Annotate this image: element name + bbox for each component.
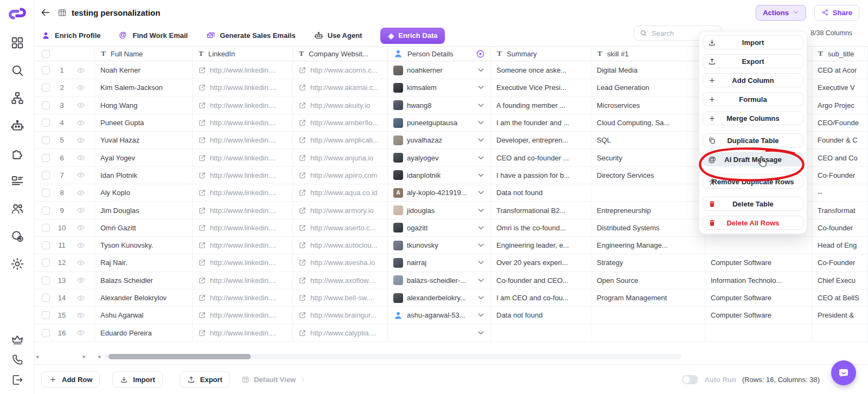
cell-summary[interactable]: Data not found <box>491 307 591 324</box>
cell-skill[interactable]: Program Management <box>591 289 705 306</box>
cell-industry[interactable]: Information Technolo... <box>705 272 812 289</box>
cell-summary[interactable]: Data not found <box>491 184 591 201</box>
cell-person-details[interactable] <box>388 324 491 341</box>
column-header-full-name[interactable]: Full Name <box>95 47 193 61</box>
eye-icon[interactable] <box>76 223 85 232</box>
cell-skill[interactable]: Microservices <box>591 97 705 114</box>
cell-full-name[interactable]: Alexander Belokrylov <box>95 289 193 306</box>
cell-summary[interactable]: A founding member ... <box>491 97 591 114</box>
crown-icon[interactable] <box>11 333 24 346</box>
cell-summary[interactable]: I have a passion for b... <box>491 167 591 184</box>
phone-icon[interactable] <box>11 353 24 366</box>
cell-full-name[interactable]: Aly Koplo <box>95 184 193 201</box>
menu-item-ai-draft-message[interactable]: @AI Draft Message <box>703 152 803 166</box>
cell-linkedin[interactable]: http://www.linkedin.... <box>193 167 293 184</box>
column-header-company-website[interactable]: Company Websit... <box>293 47 388 61</box>
cell-company-website[interactable]: http://www.apiiro.com <box>293 167 388 184</box>
cell-summary[interactable] <box>491 324 591 341</box>
cell-person-details[interactable]: yuvalhazaz <box>388 132 491 148</box>
eye-icon[interactable] <box>76 311 85 320</box>
cell-skill[interactable]: Directory Services <box>591 167 705 184</box>
scroll-left-icon[interactable]: ◂ <box>98 353 100 359</box>
cell-full-name[interactable]: Puneet Gupta <box>95 114 193 131</box>
cell-person-details[interactable]: hwang8 <box>388 97 491 114</box>
cell-sub-title[interactable]: CEO and Co <box>812 149 868 166</box>
cell-full-name[interactable]: Hong Wang <box>95 97 193 114</box>
chevron-down-icon[interactable] <box>477 294 485 302</box>
cell-person-details[interactable]: kimsalem <box>388 79 491 96</box>
cell-summary[interactable]: Transformational B2... <box>491 202 591 218</box>
cell-person-details[interactable]: puneetguptausa <box>388 114 491 131</box>
menu-item-formula[interactable]: Formula <box>703 92 803 106</box>
cell-person-details[interactable]: balázs-scheidler-... <box>388 272 491 289</box>
chevron-down-icon[interactable] <box>477 329 485 337</box>
robot-icon[interactable] <box>10 119 24 133</box>
column-header-summary[interactable]: Summary <box>491 47 591 61</box>
chevron-down-icon[interactable] <box>477 259 485 267</box>
chat-bubble-button[interactable] <box>831 360 856 385</box>
cell-company-website[interactable]: http://www.braingur... <box>293 307 388 324</box>
scrollbar-thumb[interactable] <box>108 354 251 359</box>
generate-sales-emails-button[interactable]: Generate Sales Emails <box>206 31 295 40</box>
cell-person-details[interactable]: tkunovsky <box>388 237 491 254</box>
cell-sub-title[interactable]: CEO/Founde <box>812 114 868 131</box>
cell-full-name[interactable]: Idan Plotnik <box>95 167 193 184</box>
cell-full-name[interactable]: Tyson Kunovsky. <box>95 237 193 254</box>
cell-industry[interactable] <box>705 237 812 254</box>
export-button[interactable]: Export <box>180 371 230 387</box>
cell-person-details[interactable]: ayalyogev <box>388 149 491 166</box>
menu-item-duplicate-table[interactable]: Duplicate Table <box>703 133 803 147</box>
eye-icon[interactable] <box>76 189 85 197</box>
search-icon[interactable] <box>10 63 24 77</box>
eye-icon[interactable] <box>76 153 85 162</box>
gear-icon[interactable] <box>10 257 24 271</box>
cell-skill[interactable]: Entrepreneurship <box>591 202 705 218</box>
chevron-down-icon[interactable] <box>477 206 485 215</box>
cell-skill[interactable]: Lead Generation <box>591 79 705 96</box>
cell-company-website[interactable]: http://www.amplicati... <box>293 132 388 148</box>
cell-linkedin[interactable]: http://www.linkedin.... <box>193 62 293 79</box>
cell-skill[interactable]: Distributed Systems <box>591 219 705 236</box>
row-checkbox[interactable] <box>42 101 50 109</box>
row-checkbox[interactable] <box>42 154 50 162</box>
row-checkbox[interactable] <box>42 83 50 92</box>
cell-summary[interactable]: CEO and co-founder ... <box>491 149 591 166</box>
cell-linkedin[interactable]: http://www.linkedin.... <box>193 237 293 254</box>
cell-company-website[interactable]: http://www.aserto.c... <box>293 219 388 236</box>
cell-sub-title[interactable]: Argo Projec <box>812 97 868 114</box>
eye-icon[interactable] <box>76 171 85 179</box>
cell-person-details[interactable]: noahkerner <box>388 62 491 79</box>
cell-company-website[interactable]: http://www.avesha.io <box>293 254 388 271</box>
scrollbar-track[interactable] <box>104 354 681 359</box>
cell-person-details[interactable]: Aaly-koplo-421919... <box>388 184 491 201</box>
row-checkbox[interactable] <box>42 294 50 302</box>
cell-full-name[interactable]: Jim Douglas <box>95 202 193 218</box>
chevron-down-icon[interactable] <box>477 83 485 92</box>
cell-sub-title[interactable]: Chief Execu <box>812 272 868 289</box>
cell-linkedin[interactable]: http://www.linkedin.... <box>193 149 293 166</box>
cell-linkedin[interactable]: http://www.linkedin.... <box>193 184 293 201</box>
find-work-email-button[interactable]: @ Find Work Email <box>119 31 188 40</box>
cell-summary[interactable]: Co-founder and CEO... <box>491 272 591 289</box>
row-checkbox[interactable] <box>42 224 50 232</box>
cell-person-details[interactable]: alexanderbelokry... <box>388 289 491 306</box>
cell-person-details[interactable]: ogazitt <box>388 219 491 236</box>
cell-company-website[interactable]: http://www.acorns.c... <box>293 62 388 79</box>
cell-company-website[interactable]: http://www.akuity.io <box>293 97 388 114</box>
row-checkbox[interactable] <box>42 241 50 249</box>
column-header-skill-1[interactable]: skill #1 <box>591 47 705 61</box>
cell-sub-title[interactable]: Co-Founder <box>812 167 868 184</box>
cell-person-details[interactable]: ashu-agarwal-53... <box>388 307 491 324</box>
cell-linkedin[interactable]: http://www.linkedin.... <box>193 219 293 236</box>
cell-full-name[interactable]: Ashu Agarwal <box>95 307 193 324</box>
chevron-down-icon[interactable] <box>477 154 485 162</box>
chevron-down-icon[interactable] <box>477 241 485 249</box>
cell-summary[interactable]: I am the founder and ... <box>491 114 591 131</box>
cell-company-website[interactable]: http://www.amberflo... <box>293 114 388 131</box>
cell-company-website[interactable]: http://www.anjuna.io <box>293 149 388 166</box>
row-checkbox[interactable] <box>42 259 50 267</box>
puzzle-icon[interactable] <box>10 146 24 160</box>
cell-full-name[interactable]: Omri Gazitt <box>95 219 193 236</box>
cell-industry[interactable]: Computer Software <box>705 254 812 271</box>
cell-linkedin[interactable]: http://www.linkedin.... <box>193 272 293 289</box>
